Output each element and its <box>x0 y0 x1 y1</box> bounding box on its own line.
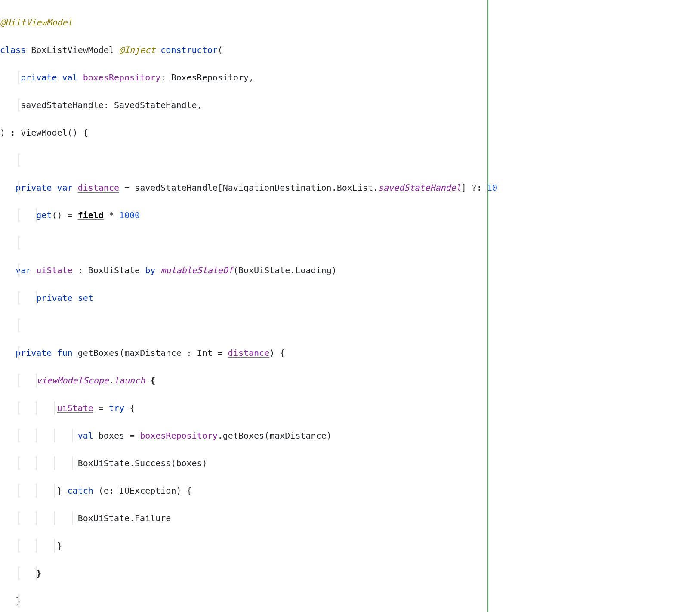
code-line[interactable]: private val boxesRepository: BoxesReposi… <box>0 71 483 84</box>
type-annotation: : BoxesRepository, <box>160 72 254 83</box>
code-line[interactable]: } <box>0 594 483 608</box>
brace: { <box>124 403 135 413</box>
kw-set: set <box>78 293 93 303</box>
annotation-inject: @Inject <box>119 45 155 55</box>
op: * <box>104 210 119 220</box>
kw-private: private <box>21 72 57 83</box>
kw-catch: catch <box>68 485 93 496</box>
kw-val: val <box>62 72 78 83</box>
call: .getBoxes(maxDistance) <box>218 430 332 441</box>
code-line[interactable] <box>0 236 483 250</box>
paren: ( <box>218 45 223 55</box>
expr: () = <box>52 210 77 220</box>
code-line[interactable]: } <box>0 539 483 553</box>
code-line[interactable] <box>0 153 483 167</box>
code-line[interactable]: get() = field * 1000 <box>0 208 483 222</box>
code-line[interactable]: private fun getBoxes(maxDistance : Int =… <box>0 346 483 360</box>
param-savedStateHandle: savedStateHandle: SavedStateHandle, <box>21 100 202 110</box>
code-line[interactable]: BoxUiState.Failure <box>0 511 483 525</box>
code-line[interactable]: private set <box>0 291 483 305</box>
code-line[interactable]: private var distance = savedStateHandle[… <box>0 181 483 195</box>
expr-tail: ] ?: <box>461 182 487 193</box>
prop-boxesRepository-ref: boxesRepository <box>140 430 218 441</box>
code-line[interactable]: viewModelScope.launch { <box>0 374 483 387</box>
code-line[interactable]: class BoxListViewModel @Inject construct… <box>0 43 483 57</box>
var-boxes: boxes <box>99 430 124 441</box>
brace-close: } <box>57 485 67 496</box>
num-literal: 1000 <box>119 210 140 220</box>
params: (maxDistance : Int = <box>119 348 228 358</box>
code-line[interactable]: BoxUiState.Success(boxes) <box>0 456 483 470</box>
brace-close: } <box>57 541 62 551</box>
kw-class: class <box>0 45 26 55</box>
kw-private: private <box>15 348 52 358</box>
code-line[interactable]: @HiltViewModel <box>0 15 483 29</box>
code-line[interactable]: uiState = try { <box>0 401 483 415</box>
prop-savedStateHandel: savedStateHandel <box>378 182 461 193</box>
code-line[interactable]: } catch (e: IOException) { <box>0 484 483 498</box>
num-literal: 10 <box>487 182 497 193</box>
kw-field: field <box>78 210 104 220</box>
prop-distance-ref: distance <box>228 348 269 358</box>
kw-var: var <box>57 182 72 193</box>
prop-uiState-ref: uiState <box>57 403 93 413</box>
eq: = <box>93 403 109 413</box>
code-line[interactable]: val boxes = boxesRepository.getBoxes(max… <box>0 429 483 442</box>
brace: { <box>145 375 155 386</box>
catch-args: (e: IOException) { <box>93 485 192 496</box>
prop-boxesRepository: boxesRepository <box>83 72 161 83</box>
close: ) { <box>269 348 285 358</box>
class-name: BoxListViewModel <box>31 45 114 55</box>
expr: BoxUiState.Failure <box>78 513 171 523</box>
code-line[interactable]: ) : ViewModel() { <box>0 126 483 139</box>
kw-private: private <box>36 293 72 303</box>
class-header-close: ) : ViewModel() { <box>0 127 88 138</box>
type: : BoxUiState <box>73 265 145 275</box>
fn-launch: launch <box>114 375 145 386</box>
kw-constructor: constructor <box>160 45 217 55</box>
expr-tail: (BoxUiState.Loading) <box>233 265 337 275</box>
code-line[interactable]: savedStateHandle: SavedStateHandle, <box>0 98 483 112</box>
prop-uiState: uiState <box>36 265 72 275</box>
eq: = <box>124 430 140 441</box>
kw-get: get <box>36 210 52 220</box>
expr: = savedStateHandle[NavigationDestination… <box>119 182 378 193</box>
code-line[interactable]: var uiState : BoxUiState by mutableState… <box>0 263 483 277</box>
brace-close: } <box>36 568 41 578</box>
kw-private: private <box>15 182 52 193</box>
dot: . <box>109 375 114 386</box>
kw-fun: fun <box>57 348 72 358</box>
kw-try: try <box>109 403 124 413</box>
code-line[interactable] <box>0 318 483 332</box>
annotation: @HiltViewModel <box>0 17 73 28</box>
expr: BoxUiState.Success(boxes) <box>78 458 207 468</box>
kw-val: val <box>78 430 93 441</box>
code-editor[interactable]: @HiltViewModel class BoxListViewModel @I… <box>0 0 488 612</box>
fn-getBoxes: getBoxes <box>78 348 119 358</box>
kw-by: by <box>145 265 155 275</box>
prop-distance: distance <box>78 182 119 193</box>
code-line[interactable]: } <box>0 566 483 580</box>
viewModelScope: viewModelScope <box>36 375 109 386</box>
fn-mutableStateOf: mutableStateOf <box>160 265 233 275</box>
